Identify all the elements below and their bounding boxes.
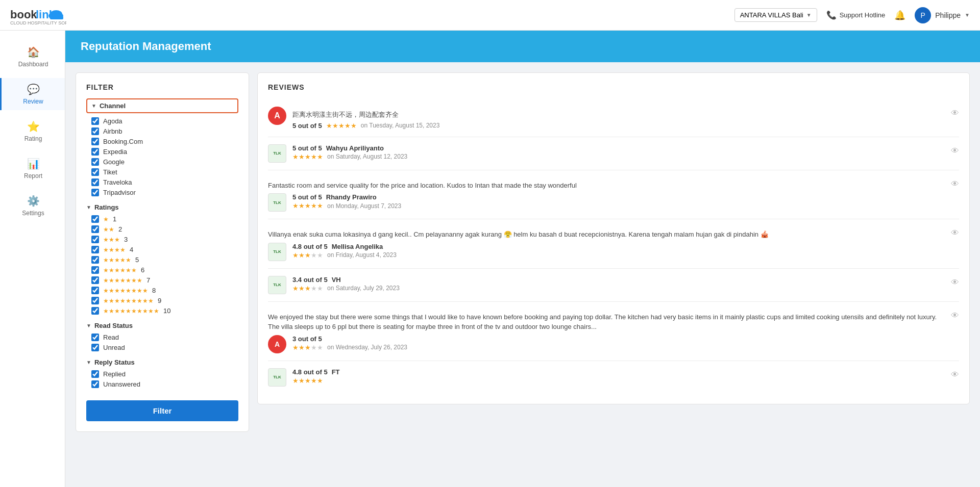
rating-7[interactable]: ★★★★★★★ 7 [86,276,238,284]
rating-8[interactable]: ★★★★★★★★ 8 [86,287,238,294]
channel-tiket-checkbox[interactable] [91,168,99,176]
read-status-unread[interactable]: Unread [86,344,238,351]
logo: book link CLOUD HOSPITALITY SOFTWARE [10,4,66,27]
reply-status-replied[interactable]: Replied [86,370,238,378]
replied-checkbox[interactable] [91,370,99,378]
rating-7-checkbox[interactable] [91,276,99,284]
read-status-filter-header[interactable]: ▼ Read Status [86,322,238,329]
channel-airbnb[interactable]: Airbnb [86,127,238,135]
triangle-icon: ▼ [86,323,91,328]
reply-status-filter-header[interactable]: ▼ Reply Status [86,358,238,366]
rating-2-checkbox[interactable] [91,225,99,233]
eye-icon[interactable]: 👁 [951,368,959,379]
channel-label: Channel [100,102,126,110]
channel-booking-checkbox[interactable] [91,138,99,145]
channel-expedia-checkbox[interactable] [91,148,99,156]
review-item: We enjoyed the stay but there were some … [268,302,959,361]
unanswered-checkbox[interactable] [91,380,99,388]
channel-tripadvisor-checkbox[interactable] [91,189,99,196]
rating-3-checkbox[interactable] [91,236,99,243]
rating-1-checkbox[interactable] [91,215,99,223]
unread-checkbox[interactable] [91,344,99,351]
rating-9-checkbox[interactable] [91,297,99,304]
rating-4-checkbox[interactable] [91,246,99,253]
avatar: A [268,107,286,125]
channel-agoda[interactable]: Agoda [86,117,238,125]
eye-icon[interactable]: 👁 [951,177,959,189]
ratings-filter-header[interactable]: ▼ Ratings [86,203,238,211]
user-name: Philippe [935,11,961,19]
notifications-icon[interactable]: 🔔 [894,10,905,21]
review-meta: 3 out of 5 ★★★★★ on Wednesday, July 26, … [292,335,946,351]
review-text: Villanya enak suka cuma lokasinya d gang… [268,229,946,240]
channel-expedia[interactable]: Expedia [86,148,238,156]
review-meta: 5 out of 5 Wahyu Apriliyanto ★★★★★ on Sa… [292,144,946,161]
channel-agoda-checkbox[interactable] [91,117,99,125]
ratings-label: Ratings [94,203,119,211]
user-menu[interactable]: P Philippe ▼ [915,7,970,23]
channel-logo: TLK [268,243,286,261]
avatar: A [268,335,286,353]
top-right-controls: ANTARA VILLAS Bali ▼ 📞 Support Hotline 🔔… [734,7,970,23]
sidebar-item-label: Settings [22,210,44,217]
channel-google-checkbox[interactable] [91,158,99,166]
review-date: on Wednesday, July 26, 2023 [327,344,407,351]
rating-10[interactable]: ★★★★★★★★★★ 10 [86,307,238,315]
review-item: TLK 3.4 out of 5 VH ★★★★★ on Saturday, J… [268,269,959,302]
sidebar-item-label: Rating [24,135,42,142]
top-navigation: book link CLOUD HOSPITALITY SOFTWARE ANT… [0,0,980,31]
eye-icon[interactable]: 👁 [951,276,959,287]
rating-1[interactable]: ★ 1 [86,215,238,223]
channel-airbnb-checkbox[interactable] [91,127,99,135]
rating-5[interactable]: ★★★★★ 5 [86,256,238,264]
rating-3[interactable]: ★★★ 3 [86,236,238,243]
channel-tripadvisor[interactable]: Tripadvisor [86,189,238,196]
eye-icon[interactable]: 👁 [951,144,959,156]
channel-traveloka-checkbox[interactable] [91,178,99,186]
eye-icon[interactable]: 👁 [951,107,959,118]
svg-rect-6 [50,16,63,19]
support-hotline[interactable]: 📞 Support Hotline [826,10,886,20]
sidebar-item-label: Report [24,172,42,180]
read-checkbox[interactable] [91,334,99,341]
review-score: 4.8 out of 5 [292,368,328,376]
sidebar-item-rating[interactable]: ⭐ Rating [0,115,65,147]
reply-status-unanswered[interactable]: Unanswered [86,380,238,388]
review-author: VH [332,276,341,284]
triangle-icon: ▼ [91,103,96,109]
channel-tiket[interactable]: Tiket [86,168,238,176]
sidebar: 🏠 Dashboard 💬 Review ⭐ Rating 📊 Report ⚙… [0,31,65,487]
rating-2[interactable]: ★★ 2 [86,225,238,233]
rating-8-checkbox[interactable] [91,287,99,294]
eye-icon[interactable]: 👁 [951,309,959,320]
property-name: ANTARA VILLAS Bali [740,11,803,19]
channel-google[interactable]: Google [86,158,238,166]
channel-filter-header[interactable]: ▼ Channel [86,98,238,113]
review-stars: ★★★★★ [292,153,323,161]
rating-5-checkbox[interactable] [91,256,99,264]
channel-traveloka[interactable]: Traveloka [86,178,238,186]
sidebar-item-dashboard[interactable]: 🏠 Dashboard [0,41,65,73]
rating-4[interactable]: ★★★★ 4 [86,246,238,253]
sidebar-item-settings[interactable]: ⚙️ Settings [0,190,65,222]
property-selector[interactable]: ANTARA VILLAS Bali ▼ [734,8,817,22]
sidebar-item-review[interactable]: 💬 Review [0,78,65,110]
review-score: 5 out of 5 [292,144,322,152]
svg-text:CLOUD HOSPITALITY SOFTWARE: CLOUD HOSPITALITY SOFTWARE [10,20,66,25]
review-meta: 距离水明漾主街不远，周边配套齐全 5 out of 5 ★★★★★ on Tue… [292,107,946,130]
review-date: on Tuesday, August 15, 2023 [361,122,440,129]
channel-booking[interactable]: Booking.Com [86,138,238,145]
eye-icon[interactable]: 👁 [951,226,959,238]
rating-10-checkbox[interactable] [91,307,99,315]
filter-button[interactable]: Filter [86,400,238,421]
review-stars: ★★★★★ [292,251,323,259]
rating-6[interactable]: ★★★★★★ 6 [86,266,238,274]
read-status-read[interactable]: Read [86,334,238,341]
review-score: 3 out of 5 [292,335,322,343]
rating-6-checkbox[interactable] [91,266,99,274]
review-stars: ★★★★★ [292,344,323,351]
rating-9[interactable]: ★★★★★★★★★ 9 [86,297,238,304]
sidebar-item-report[interactable]: 📊 Report [0,152,65,185]
review-text: 距离水明漾主街不远，周边配套齐全 [292,110,946,120]
reply-status-label: Reply Status [94,358,135,366]
